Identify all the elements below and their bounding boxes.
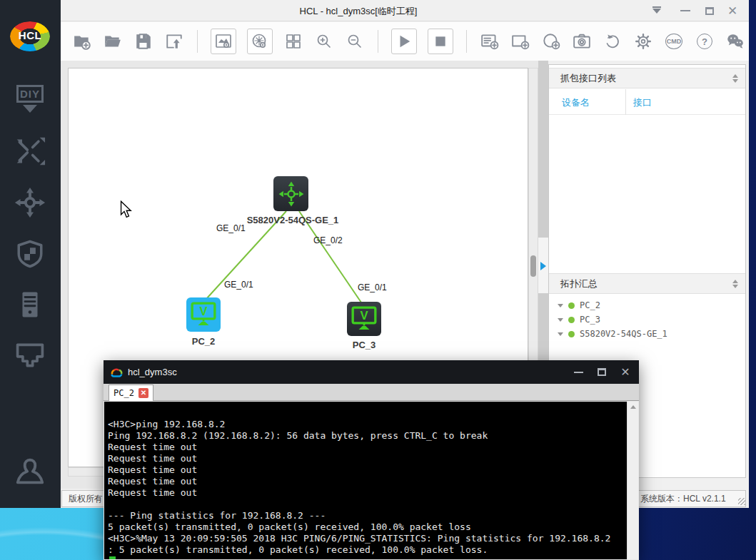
add-note-button[interactable]: [480, 31, 500, 51]
toolbar: CMD ?: [61, 22, 749, 61]
terminal-scrollbar[interactable]: [627, 402, 638, 559]
version-text: 系统版本：HCL v2.1.1: [633, 490, 746, 507]
zoom-in-button[interactable]: [314, 31, 334, 51]
tree-expand-icon[interactable]: [558, 304, 563, 307]
status-dot-online: [568, 302, 575, 309]
port-label: GE_0/1: [224, 280, 253, 290]
capture-list-title: 抓包接口列表: [560, 72, 616, 85]
terminal-line: --- Ping statistics for 192.168.8.2 ---: [108, 510, 638, 521]
zoom-in-icon: [316, 33, 333, 50]
settings-button[interactable]: [633, 31, 653, 51]
ethernet-port-icon: [14, 340, 46, 371]
terminal-tabbar: PC_2 ✕: [104, 384, 639, 401]
new-project-button[interactable]: [72, 31, 92, 51]
new-folder-icon: [73, 32, 91, 51]
app-title: HCL - hcl_dym3sc[临时工程]: [61, 5, 656, 18]
sidebar-item-diy[interactable]: DIY: [11, 80, 49, 117]
titlebar-menu-button[interactable]: [645, 0, 669, 21]
terminal-titlebar[interactable]: hcl_dym3sc ✕: [104, 360, 639, 384]
sidebar-item-router[interactable]: [11, 184, 49, 221]
close-icon: ✕: [620, 365, 630, 379]
image-eye-icon: [215, 33, 232, 50]
sidebar-item-server[interactable]: [11, 286, 49, 323]
diy-icon: DIY: [16, 85, 44, 103]
terminal-maximize-button[interactable]: [591, 360, 613, 384]
add-ellipse-button[interactable]: [541, 31, 561, 51]
tree-expand-icon[interactable]: [558, 332, 563, 336]
pc2-node[interactable]: V: [186, 297, 221, 332]
collapse-toggle[interactable]: [732, 280, 738, 288]
terminal-line: Request time out: [108, 442, 638, 453]
scroll-up-icon: [630, 405, 636, 409]
pc2-label: PC_2: [186, 336, 221, 347]
close-icon: ✕: [727, 4, 737, 19]
device-display-toggle[interactable]: [211, 29, 236, 54]
maximize-button[interactable]: [697, 0, 722, 21]
tree-item-label: PC_3: [580, 315, 600, 325]
add-rectangle-button[interactable]: [510, 31, 530, 51]
resize-grip[interactable]: [738, 498, 745, 505]
terminal-cursor: [109, 556, 116, 560]
grid-icon: [285, 33, 302, 50]
undo-button[interactable]: [603, 31, 623, 51]
help-button[interactable]: ?: [695, 31, 715, 51]
user-icon: [14, 455, 46, 488]
sidebar-item-user[interactable]: [11, 453, 49, 490]
sidebar-item-connections[interactable]: [11, 133, 49, 170]
zoom-out-button[interactable]: [345, 31, 365, 51]
port-label: GE_0/1: [358, 282, 387, 292]
gear-icon: [635, 33, 652, 50]
export-project-button[interactable]: [164, 31, 184, 51]
stop-devices-button[interactable]: [428, 29, 453, 54]
tree-item-label: S5820V2-54QS-GE_1: [580, 329, 667, 339]
start-devices-button[interactable]: [391, 29, 417, 54]
close-button[interactable]: ✕: [720, 0, 745, 21]
open-folder-icon: [104, 32, 122, 51]
tree-item-switch[interactable]: S5820V2-54QS-GE_1: [549, 327, 745, 341]
pc-icon: V: [350, 305, 378, 333]
sidebar-item-ethernet[interactable]: [11, 337, 49, 374]
rectangle-add-icon: [511, 32, 530, 51]
scrollbar-thumb[interactable]: [530, 255, 536, 277]
switch-icon: [278, 180, 305, 208]
triangle-up-icon: [732, 74, 738, 78]
mouse-cursor: [120, 200, 133, 219]
interface-label-toggle[interactable]: [247, 29, 273, 54]
pc-icon: V: [189, 300, 218, 329]
open-project-button[interactable]: [103, 31, 123, 51]
terminal-line: [108, 407, 638, 419]
column-device-name: 设备名: [562, 96, 590, 109]
tree-item-pc3[interactable]: PC_3: [549, 312, 745, 327]
pc3-node[interactable]: V: [347, 302, 381, 336]
save-project-button[interactable]: [133, 31, 153, 51]
sidebar-item-firewall[interactable]: [11, 235, 49, 273]
grid-layout-button[interactable]: [283, 31, 303, 51]
maximize-icon: [705, 7, 714, 15]
cmd-console-button[interactable]: CMD: [664, 31, 684, 51]
toolbar-separator: [197, 30, 198, 53]
screenshot-button[interactable]: [572, 31, 592, 51]
minimize-button[interactable]: [673, 0, 697, 21]
terminal-title: hcl_dym3sc: [128, 367, 177, 377]
wechat-button[interactable]: [725, 31, 745, 51]
minimize-icon: [680, 10, 690, 11]
collapse-panel-arrow-icon[interactable]: [540, 262, 546, 270]
zoom-out-icon: [346, 33, 363, 50]
topology-summary-title: 拓扑汇总: [560, 278, 598, 290]
terminal-line: <H3C>%May 13 20:09:59:505 2018 H3C PING/…: [108, 533, 638, 544]
tree-item-pc2[interactable]: PC_2: [549, 298, 745, 312]
export-icon: [165, 32, 183, 51]
tab-close-button[interactable]: ✕: [138, 388, 148, 398]
terminal-window: hcl_dym3sc ✕ PC_2 ✕ <H3C>ping 192.168.8.…: [104, 360, 639, 560]
terminal-output[interactable]: <H3C>ping 192.168.8.2 Ping 192.168.8.2 (…: [104, 401, 639, 560]
collapse-toggle[interactable]: [732, 74, 738, 83]
terminal-tab-pc2[interactable]: PC_2 ✕: [109, 385, 153, 401]
topology-eye-icon: [251, 33, 268, 50]
toolbar-separator: [466, 30, 467, 53]
terminal-close-button[interactable]: ✕: [615, 360, 636, 384]
toolbar-separator: [378, 30, 378, 53]
tree-expand-icon[interactable]: [558, 318, 563, 322]
switch-node[interactable]: [273, 176, 308, 211]
terminal-minimize-button[interactable]: [568, 360, 589, 384]
column-interface: 接口: [633, 96, 652, 109]
